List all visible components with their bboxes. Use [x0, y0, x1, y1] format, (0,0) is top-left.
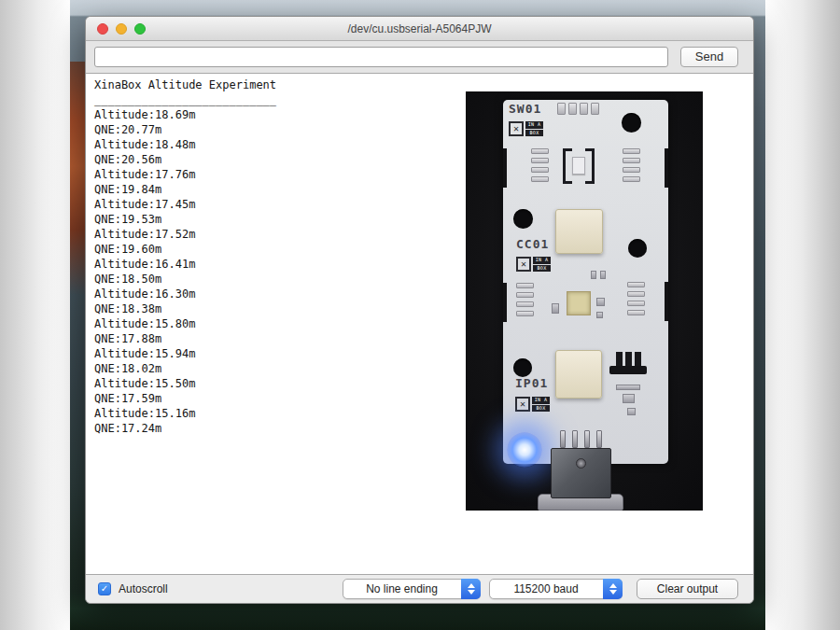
xinabox-logo-text-bottom: BOX: [525, 130, 543, 137]
xbus-connector: [555, 209, 603, 254]
usb-pins: [560, 430, 602, 448]
module-label-sw01: SW01: [509, 102, 541, 117]
usb-connector: [551, 448, 611, 498]
cc01-rtc-chip: [567, 291, 591, 315]
minimize-button[interactable]: [116, 23, 127, 35]
xbus-connector: [555, 350, 602, 399]
status-led-blue: [507, 432, 542, 468]
stepper-icon: [461, 579, 481, 599]
cc01-right-pads: [627, 282, 645, 315]
cc01-left-pads: [516, 283, 534, 316]
sw01-right-pads: [623, 148, 640, 182]
autoscroll-label: Autoscroll: [119, 582, 168, 595]
xinabox-x-icon: ✕: [509, 121, 524, 136]
xinabox-logo-sw01: ✕ IN A BOX: [509, 121, 543, 136]
mounting-hole: [513, 209, 533, 229]
baud-rate-value: 115200 baud: [513, 582, 578, 595]
zoom-button[interactable]: [134, 23, 146, 35]
screenshot-stage: /dev/cu.usbserial-A5064PJW Send XinaBox …: [0, 0, 840, 630]
xinabox-board-photo: SW01 ✕ IN A BOX: [466, 91, 703, 511]
window-title: /dev/cu.usbserial-A5064PJW: [86, 17, 753, 41]
xinabox-x-icon: ✕: [515, 397, 530, 412]
sw01-sensor-chip: [563, 148, 595, 184]
line-ending-value: No line ending: [366, 582, 438, 595]
xinabox-logo-ip01: ✕ IN A BOX: [515, 397, 550, 412]
close-button[interactable]: [97, 23, 108, 35]
serial-monitor-window: /dev/cu.usbserial-A5064PJW Send XinaBox …: [85, 16, 754, 604]
stepper-icon: [603, 579, 623, 599]
line-ending-select[interactable]: No line ending: [343, 579, 481, 599]
autoscroll-checkbox[interactable]: ✓: [98, 582, 111, 595]
window-titlebar[interactable]: /dev/cu.usbserial-A5064PJW: [86, 17, 753, 41]
clear-output-button[interactable]: Clear output: [637, 579, 738, 599]
ip01-switch: [609, 366, 647, 374]
baud-rate-select[interactable]: 115200 baud: [489, 579, 623, 599]
page-left-gradient: [0, 0, 70, 630]
page-right-gradient: [765, 0, 840, 630]
mounting-hole: [622, 113, 641, 133]
xinabox-x-icon: ✕: [516, 257, 531, 272]
send-button[interactable]: Send: [680, 47, 738, 67]
statusbar: ✓ Autoscroll No line ending 115200 baud …: [86, 575, 753, 603]
module-label-cc01: CC01: [516, 237, 549, 252]
module-label-ip01: IP01: [515, 376, 548, 391]
send-row: Send: [86, 41, 753, 73]
serial-output-console[interactable]: XinaBox Altitude Experiment ____________…: [86, 73, 753, 575]
sw01-left-pads: [531, 148, 549, 182]
console-title-line: XinaBox Altitude Experiment: [94, 77, 753, 92]
xinabox-logo-text-top: IN A: [525, 121, 543, 129]
mounting-hole: [513, 358, 532, 377]
checkmark-icon: ✓: [101, 583, 108, 594]
xinabox-pcb: SW01 ✕ IN A BOX: [503, 100, 668, 464]
sw01-top-pads: [557, 103, 599, 115]
traffic-lights: [97, 23, 146, 35]
serial-input[interactable]: [94, 47, 668, 67]
mounting-hole: [628, 239, 647, 258]
usb-screw: [576, 458, 586, 469]
xinabox-logo-cc01: ✕ IN A BOX: [516, 257, 551, 272]
